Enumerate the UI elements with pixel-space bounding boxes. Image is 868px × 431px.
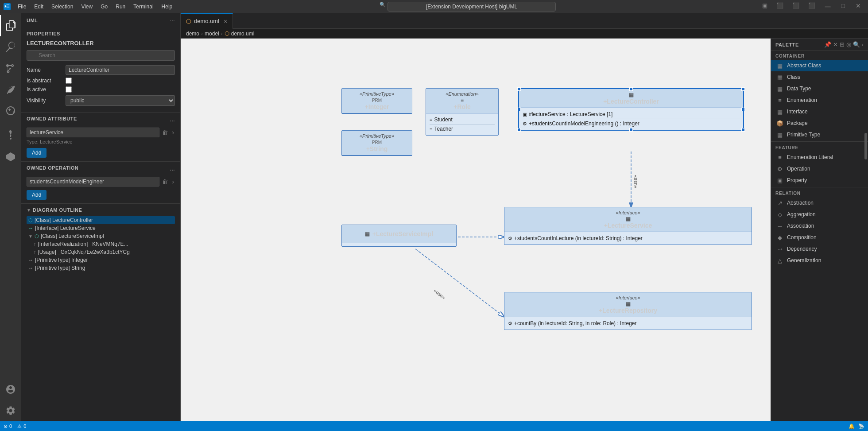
prop-active-checkbox[interactable] bbox=[66, 86, 72, 93]
tab-demo-uml[interactable]: ⬡ demo.uml × bbox=[181, 13, 233, 29]
palette-item-abstraction[interactable]: ↗ Abstraction bbox=[771, 197, 868, 209]
owned-attribute-add-btn[interactable]: Add bbox=[27, 148, 46, 158]
node-primitive-string[interactable]: «PrimitiveType» PRM +String bbox=[341, 130, 412, 156]
node-lecture-controller[interactable]: ▦ +LectureController ▣ #lectureService :… bbox=[518, 88, 744, 131]
outline-item-lecturecontroller[interactable]: ⬡ [Class] LectureController bbox=[27, 216, 175, 224]
activity-accounts[interactable] bbox=[0, 379, 21, 400]
tab-close-btn[interactable]: × bbox=[224, 18, 227, 25]
palette-item-data-type[interactable]: ▦ Data Type bbox=[771, 83, 868, 94]
maximize-btn[interactable]: □ bbox=[838, 0, 849, 13]
owned-attribute-expand-btn[interactable]: › bbox=[171, 128, 175, 137]
palette-item-aggregation[interactable]: ◇ Aggregation bbox=[771, 209, 868, 220]
owned-operation-expand-btn[interactable]: › bbox=[171, 177, 175, 186]
palette-item-composition[interactable]: ◆ Composition bbox=[771, 232, 868, 243]
outline-item-integer[interactable]: ↔ [PrimitiveType] Integer bbox=[27, 256, 175, 264]
node-primitive-integer[interactable]: «PrimitiveType» PRM +Integer bbox=[341, 88, 412, 114]
palette-label-operation: Operation bbox=[787, 166, 810, 172]
palette-item-abstract-class[interactable]: ▦ Abstract Class bbox=[771, 60, 868, 71]
palette-action-pin[interactable]: 📌 bbox=[824, 41, 831, 48]
palette-item-enum-literal[interactable]: ≡ Enumeration Literal bbox=[771, 151, 868, 163]
menu-help[interactable]: Help bbox=[158, 3, 176, 11]
palette-action-close[interactable]: ✕ bbox=[833, 41, 838, 48]
palette-action-layout[interactable]: ⊞ bbox=[840, 41, 845, 48]
palette-icon-class: ▦ bbox=[776, 74, 783, 81]
palette-item-interface[interactable]: ▦ Interface bbox=[771, 106, 868, 117]
menu-selection[interactable]: Selection bbox=[48, 3, 77, 11]
breadcrumb-model[interactable]: model bbox=[205, 31, 219, 37]
handle-ml[interactable] bbox=[517, 108, 521, 111]
layout-btn2[interactable]: ⬛ bbox=[774, 0, 786, 13]
owned-operation-delete-btn[interactable]: 🗑 bbox=[161, 177, 169, 186]
menu-go[interactable]: Go bbox=[97, 3, 111, 11]
palette-action-search[interactable]: 🔍 bbox=[853, 41, 860, 48]
palette-action-chevron[interactable]: › bbox=[862, 41, 864, 48]
handle-bl[interactable] bbox=[517, 128, 521, 132]
palette-item-generalization[interactable]: △ Generalization bbox=[771, 255, 868, 266]
breadcrumb-file[interactable]: demo.uml bbox=[231, 31, 255, 37]
outline-item-interfacerealization[interactable]: ↑ [InterfaceRealization] _KNeVMNq7E... bbox=[27, 240, 175, 248]
outline-item-lectureservice[interactable]: ↔ [Interface] LectureService bbox=[27, 224, 175, 232]
activity-biguml[interactable] bbox=[0, 146, 21, 167]
handle-mr[interactable] bbox=[741, 108, 745, 111]
menu-terminal[interactable]: Terminal bbox=[130, 3, 157, 11]
node-lecture-service[interactable]: «Interface» ▦ +LectureService ⚙ +student… bbox=[504, 207, 752, 245]
outline-item-string[interactable]: ↔ [PrimitiveType] String bbox=[27, 264, 175, 272]
handle-tl[interactable] bbox=[517, 87, 521, 91]
diagram-area[interactable]: «use» «use» «PrimitiveType» PRM +Integer bbox=[181, 39, 771, 421]
activity-extensions[interactable] bbox=[0, 100, 21, 121]
menu-run[interactable]: Run bbox=[112, 3, 129, 11]
palette-item-package[interactable]: 📦 Package bbox=[771, 117, 868, 129]
minimize-btn[interactable]: ─ bbox=[822, 0, 834, 13]
activity-settings[interactable] bbox=[0, 400, 21, 421]
status-bar: ⊗ 0 ⚠ 0 🔔 📡 bbox=[0, 421, 868, 431]
status-notification[interactable]: 🔔 bbox=[849, 423, 855, 429]
close-btn[interactable]: ✕ bbox=[852, 0, 864, 13]
activity-search[interactable] bbox=[0, 36, 21, 58]
palette-action-filter[interactable]: ◎ bbox=[846, 41, 851, 48]
owned-operation-input[interactable] bbox=[27, 177, 159, 186]
activity-test[interactable] bbox=[0, 125, 21, 146]
palette-item-class[interactable]: ▦ Class bbox=[771, 71, 868, 83]
palette-item-enumeration[interactable]: ≡ Enumeration bbox=[771, 94, 868, 106]
outline-item-usage[interactable]: ↑ [Usage] _GxCqkNq7Ee2wXa3b1ctYCg bbox=[27, 248, 175, 256]
owned-attribute-more[interactable]: ··· bbox=[170, 117, 175, 124]
palette-item-primitive-type[interactable]: ▦ Primitive Type bbox=[771, 129, 868, 140]
menu-file[interactable]: File bbox=[14, 3, 30, 11]
owned-operation-add-btn[interactable]: Add bbox=[27, 190, 46, 200]
node-lecture-service-impl[interactable]: ▦ +LectureServiceImpl bbox=[341, 225, 457, 247]
handle-tr[interactable] bbox=[741, 87, 745, 91]
palette-scrollbar[interactable] bbox=[864, 133, 867, 159]
layout-btn3[interactable]: ⬛ bbox=[790, 0, 802, 13]
activity-source-control[interactable] bbox=[0, 58, 21, 79]
sidebar-action-btn[interactable]: ··· bbox=[170, 17, 175, 24]
handle-br[interactable] bbox=[741, 128, 745, 132]
activity-run[interactable] bbox=[0, 79, 21, 100]
status-errors[interactable]: ⊗ 0 bbox=[4, 423, 12, 429]
menu-edit[interactable]: Edit bbox=[31, 3, 47, 11]
status-warnings[interactable]: ⚠ 0 bbox=[17, 423, 26, 429]
outline-item-lectureserviceimpl[interactable]: ▼ ⬡ [Class] LectureServiceImpl bbox=[27, 232, 175, 240]
owned-attribute-delete-btn[interactable]: 🗑 bbox=[161, 128, 169, 137]
node-lecture-repository[interactable]: «Interface» ▦ +LectureRepository ⚙ +coun… bbox=[504, 292, 752, 330]
layout-btn1[interactable]: ▣ bbox=[760, 0, 770, 13]
palette-item-property[interactable]: ▣ Property bbox=[771, 175, 868, 186]
layout-btn4[interactable]: ⬛ bbox=[806, 0, 818, 13]
prop-name-input[interactable] bbox=[66, 65, 175, 75]
properties-search-input[interactable] bbox=[27, 50, 175, 61]
handle-tc[interactable] bbox=[629, 87, 633, 91]
palette-item-association[interactable]: ─ Association bbox=[771, 220, 868, 232]
breadcrumb-demo[interactable]: demo bbox=[186, 31, 199, 37]
palette-item-operation[interactable]: ⚙ Operation bbox=[771, 163, 868, 175]
node-enumeration-role[interactable]: «Enumeration» ≡ +Role ≡ Student ≡ Teache… bbox=[426, 88, 499, 136]
titlebar-search[interactable]: [Extension Development Host] bigUML bbox=[388, 2, 556, 12]
menu-view[interactable]: View bbox=[78, 3, 96, 11]
palette-item-dependency[interactable]: ⤏ Dependency bbox=[771, 243, 868, 255]
owned-operation-more[interactable]: ··· bbox=[170, 166, 175, 173]
handle-bc[interactable] bbox=[629, 128, 633, 132]
owned-attribute-input[interactable] bbox=[27, 128, 159, 137]
status-broadcast[interactable]: 📡 bbox=[858, 423, 864, 429]
prop-abstract-checkbox[interactable] bbox=[66, 78, 72, 84]
activity-explorer[interactable] bbox=[0, 15, 21, 36]
prop-visibility-select[interactable]: publicprivateprotectedpackage bbox=[66, 95, 175, 106]
node-lc-attr-0: ▣ #lectureService : LectureService [1] bbox=[523, 110, 740, 119]
